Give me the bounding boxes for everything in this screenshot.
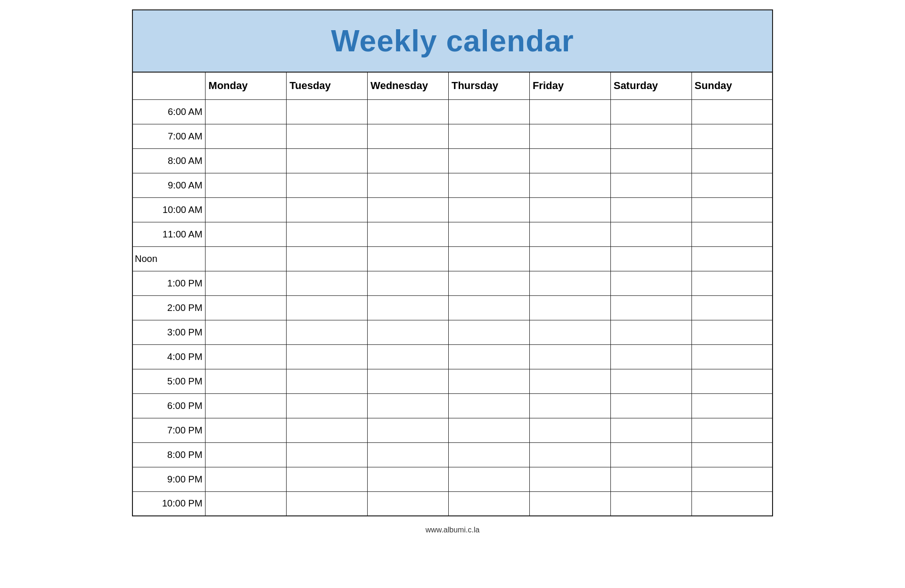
event-cell[interactable] [368,344,449,369]
event-cell[interactable] [287,99,368,124]
event-cell[interactable] [691,393,773,418]
event-cell[interactable] [610,320,691,344]
event-cell[interactable] [691,271,773,295]
event-cell[interactable] [610,173,691,197]
event-cell[interactable] [206,320,287,344]
event-cell[interactable] [529,197,610,222]
event-cell[interactable] [206,222,287,246]
event-cell[interactable] [610,246,691,271]
event-cell[interactable] [287,148,368,173]
event-cell[interactable] [610,148,691,173]
event-cell[interactable] [287,173,368,197]
event-cell[interactable] [529,173,610,197]
event-cell[interactable] [206,246,287,271]
event-cell[interactable] [206,148,287,173]
event-cell[interactable] [610,197,691,222]
event-cell[interactable] [691,344,773,369]
event-cell[interactable] [448,491,529,516]
event-cell[interactable] [368,295,449,320]
event-cell[interactable] [206,344,287,369]
event-cell[interactable] [448,124,529,148]
event-cell[interactable] [448,442,529,467]
event-cell[interactable] [206,442,287,467]
event-cell[interactable] [287,124,368,148]
event-cell[interactable] [206,418,287,442]
event-cell[interactable] [691,491,773,516]
event-cell[interactable] [448,197,529,222]
event-cell[interactable] [448,99,529,124]
event-cell[interactable] [610,222,691,246]
event-cell[interactable] [206,491,287,516]
event-cell[interactable] [529,295,610,320]
event-cell[interactable] [448,148,529,173]
event-cell[interactable] [610,491,691,516]
event-cell[interactable] [610,418,691,442]
event-cell[interactable] [287,222,368,246]
event-cell[interactable] [529,124,610,148]
event-cell[interactable] [206,295,287,320]
event-cell[interactable] [448,173,529,197]
event-cell[interactable] [529,442,610,467]
event-cell[interactable] [287,369,368,393]
event-cell[interactable] [529,344,610,369]
event-cell[interactable] [610,271,691,295]
event-cell[interactable] [691,418,773,442]
event-cell[interactable] [206,124,287,148]
event-cell[interactable] [368,442,449,467]
event-cell[interactable] [368,467,449,491]
event-cell[interactable] [448,295,529,320]
event-cell[interactable] [448,271,529,295]
event-cell[interactable] [610,369,691,393]
event-cell[interactable] [529,467,610,491]
event-cell[interactable] [287,491,368,516]
event-cell[interactable] [287,197,368,222]
event-cell[interactable] [691,173,773,197]
event-cell[interactable] [206,197,287,222]
event-cell[interactable] [287,295,368,320]
event-cell[interactable] [691,467,773,491]
event-cell[interactable] [368,124,449,148]
event-cell[interactable] [610,124,691,148]
event-cell[interactable] [529,222,610,246]
event-cell[interactable] [206,173,287,197]
event-cell[interactable] [368,491,449,516]
event-cell[interactable] [448,344,529,369]
event-cell[interactable] [691,148,773,173]
event-cell[interactable] [206,271,287,295]
event-cell[interactable] [529,393,610,418]
event-cell[interactable] [448,467,529,491]
event-cell[interactable] [368,393,449,418]
event-cell[interactable] [691,124,773,148]
event-cell[interactable] [287,393,368,418]
event-cell[interactable] [529,148,610,173]
event-cell[interactable] [368,222,449,246]
event-cell[interactable] [287,344,368,369]
event-cell[interactable] [610,99,691,124]
event-cell[interactable] [610,344,691,369]
event-cell[interactable] [610,442,691,467]
event-cell[interactable] [368,197,449,222]
event-cell[interactable] [368,246,449,271]
event-cell[interactable] [206,369,287,393]
event-cell[interactable] [610,467,691,491]
event-cell[interactable] [529,369,610,393]
event-cell[interactable] [206,99,287,124]
event-cell[interactable] [529,271,610,295]
event-cell[interactable] [691,295,773,320]
event-cell[interactable] [529,491,610,516]
event-cell[interactable] [368,99,449,124]
event-cell[interactable] [206,467,287,491]
event-cell[interactable] [448,418,529,442]
event-cell[interactable] [287,418,368,442]
event-cell[interactable] [368,271,449,295]
event-cell[interactable] [691,222,773,246]
event-cell[interactable] [206,393,287,418]
event-cell[interactable] [368,320,449,344]
event-cell[interactable] [691,369,773,393]
event-cell[interactable] [287,442,368,467]
event-cell[interactable] [448,246,529,271]
event-cell[interactable] [691,246,773,271]
event-cell[interactable] [691,442,773,467]
event-cell[interactable] [691,99,773,124]
event-cell[interactable] [448,369,529,393]
